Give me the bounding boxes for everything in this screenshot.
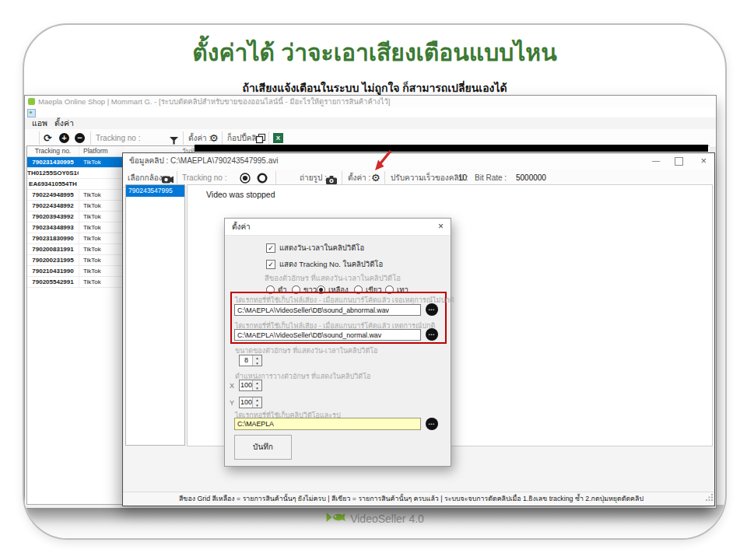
excel-export-icon[interactable]: X <box>273 133 283 143</box>
divider <box>268 131 269 145</box>
slide: ตั้งค่าได้ ว่าจะเอาเสียงเตือนแบบไหน ถ้าเ… <box>23 23 727 540</box>
divider <box>342 171 342 184</box>
redacted-bar <box>195 145 708 152</box>
divider <box>275 171 276 184</box>
platform-cell: TikTok <box>79 190 124 200</box>
header-platform: Platform <box>79 146 124 156</box>
clip-window-title: ข้อมูลคลิป : C:\MAEPLA\790243547995.avi <box>129 153 279 169</box>
divider <box>177 171 177 184</box>
browse-icon[interactable]: ••• <box>426 328 438 341</box>
normal-sound-path-field[interactable] <box>234 329 421 341</box>
platform-cell: TikTok <box>79 157 124 167</box>
close-icon[interactable]: × <box>700 153 707 169</box>
platform-cell: TikTok <box>79 244 124 254</box>
browse-icon[interactable]: ••• <box>426 418 438 430</box>
settings-dialog: ตั้งค่า × ✓ แสดงวัน-เวลาในคลิปวิดีโอ ✓ แ… <box>224 218 451 467</box>
video-status-text: Video was stopped <box>206 190 275 199</box>
tracking-cell: 790205542991 <box>27 277 79 287</box>
table-row[interactable]: 790231430995TikTok <box>27 157 125 168</box>
abnormal-sound-path-field[interactable] <box>234 304 421 316</box>
tracking-cell: TH01255SOY0S1C <box>27 168 79 178</box>
dialog-titlebar: ตั้งค่า × <box>225 219 451 236</box>
checkbox-check-icon: ✓ <box>266 260 275 269</box>
tracking-cell: 790203943992 <box>27 212 79 222</box>
refresh-icon[interactable]: ⟳ <box>44 129 52 147</box>
annotation-arrow <box>366 149 394 177</box>
show-tracking-checkbox[interactable]: ✓ แสดง Tracking No. ในคลิปวิดีโอ <box>266 258 383 270</box>
clip-list: 790243547995 <box>125 184 185 446</box>
tracking-cell: 790231430995 <box>27 157 79 167</box>
close-icon[interactable]: × <box>438 219 444 235</box>
clip-status-bar: สีของ Grid สีเหลือง = รายการสินค้านั้นๆ … <box>123 492 714 506</box>
table-row[interactable]: 790210431990TikTok <box>27 266 125 277</box>
clip-dir-field[interactable] <box>234 418 421 430</box>
table-row[interactable]: 790224948995TikTok <box>27 190 125 201</box>
spin-down-icon[interactable]: ▾ <box>253 403 261 408</box>
page-subtitle: ถ้าเสียงแจ้งเตือนในระบบ ไม่ถูกใจ ก็สามาร… <box>24 79 725 96</box>
stepper-arrows[interactable]: ▴▾ <box>252 397 261 408</box>
platform-cell: TikTok <box>79 233 124 243</box>
tracking-cell: 790224948995 <box>27 190 79 200</box>
add-button[interactable]: + <box>59 133 69 143</box>
tracking-input-label: Tracking no : <box>96 129 140 147</box>
brand-name: VideoSeller 4.0 <box>350 513 424 525</box>
divider <box>222 131 223 145</box>
tracking-cell: EA693410554TH <box>27 179 79 189</box>
x-axis-label: X <box>230 382 234 390</box>
app-window-title: Maepla Online Shop | Mommart G. - [ระบบต… <box>38 96 713 107</box>
tracking-cell: 790200231995 <box>27 255 79 265</box>
app-titlebar: Maepla Online Shop | Mommart G. - [ระบบต… <box>25 96 716 107</box>
platform-cell: TikTok <box>79 212 124 222</box>
stepper-arrows[interactable]: ▴▾ <box>252 380 261 390</box>
minimize-icon[interactable]: — <box>652 153 660 169</box>
table-row[interactable]: 790234348993TikTok <box>27 222 125 233</box>
maximize-icon[interactable] <box>675 157 683 166</box>
y-position-stepper[interactable]: 100 ▴▾ <box>239 397 262 408</box>
show-datetime-checkbox[interactable]: ✓ แสดงวัน-เวลาในคลิปวิดีโอ <box>266 242 364 254</box>
table-row[interactable]: 790224348992TikTok <box>27 201 125 212</box>
resize-grip[interactable] <box>706 490 713 504</box>
platform-cell: TikTok <box>79 222 124 233</box>
slide-canvas: ตั้งค่าได้ ว่าจะเอาเสียงเตือนแบบไหน ถ้าเ… <box>0 0 747 560</box>
divider <box>183 131 184 145</box>
platform-cell: TikTok <box>79 266 124 276</box>
x-position-value: 100 <box>240 380 253 390</box>
spin-down-icon[interactable]: ▾ <box>253 361 261 366</box>
table-row[interactable]: 790205542991TikTok <box>27 277 125 288</box>
tracking-cell: 790234348993 <box>27 222 79 233</box>
dialog-title: ตั้งค่า <box>232 219 251 235</box>
header-tracking: Tracking no. <box>27 146 79 156</box>
spin-down-icon[interactable]: ▾ <box>253 386 261 391</box>
platform-cell: TikTok <box>79 277 124 287</box>
platform-cell: TikTok <box>79 255 124 265</box>
table-row[interactable]: 790200231995TikTok <box>27 255 125 266</box>
table-row[interactable]: EA693410554TH <box>27 179 125 190</box>
x-position-stepper[interactable]: 100 ▴▾ <box>239 380 262 391</box>
menu-item-app[interactable]: แอพ <box>32 117 47 129</box>
table-row[interactable]: 790231830990TikTok <box>27 233 125 244</box>
remove-button[interactable]: − <box>75 133 85 143</box>
menu-bar: แอพ ตั้งค่า <box>25 117 716 130</box>
footer-band: VideoSeller 4.0 <box>24 505 725 538</box>
font-size-stepper[interactable]: 8 ▴▾ <box>239 355 262 366</box>
stepper-arrows[interactable]: ▴▾ <box>252 355 261 366</box>
tracking-cell: 790231830990 <box>27 233 79 243</box>
tracking-cell: 790224348992 <box>27 201 79 211</box>
clip-window-titlebar: ข้อมูลคลิป : C:\MAEPLA\790243547995.avi … <box>123 153 714 170</box>
browse-icon[interactable]: ••• <box>426 303 438 316</box>
table-header: Tracking no.Platform <box>27 146 125 157</box>
table-row[interactable]: 790203943992TikTok <box>27 212 125 222</box>
table-row[interactable]: TH01255SOY0S1C <box>27 168 125 179</box>
divider <box>90 131 91 145</box>
show-datetime-label: แสดงวัน-เวลาในคลิปวิดีโอ <box>279 242 364 254</box>
app-logo-icon <box>28 98 35 105</box>
tracking-cell: 790210431990 <box>27 266 79 276</box>
save-button[interactable]: บันทึก <box>234 435 292 460</box>
brand-logo: VideoSeller 4.0 <box>325 511 424 527</box>
divider <box>39 131 40 145</box>
font-color-label: สีของตัวอักษร ที่แสดงวัน-เวลาในคลิปวิดีโ… <box>265 272 401 284</box>
menu-item-settings[interactable]: ตั้งค่า <box>54 117 74 129</box>
table-row[interactable]: 790200831991TikTok <box>27 244 125 255</box>
page-title: ตั้งค่าได้ ว่าจะเอาเสียงเตือนแบบไหน <box>24 34 725 71</box>
clip-list-item[interactable]: 790243547995 <box>126 185 184 197</box>
